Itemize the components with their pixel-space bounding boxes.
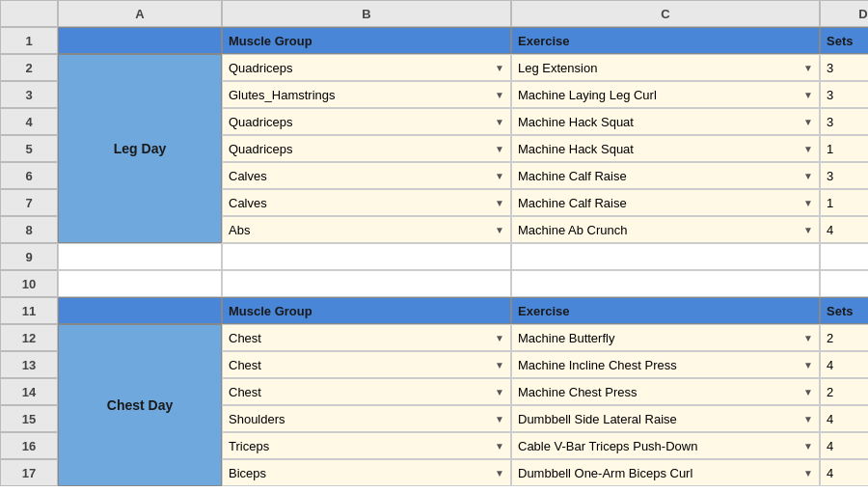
chest-header-a11: [58, 297, 222, 324]
empty-d9: [820, 243, 868, 270]
muscle-b12[interactable]: Chest▼: [222, 324, 511, 351]
col-header-a: A: [58, 0, 222, 27]
chest-header-exercise: Exercise: [511, 297, 820, 324]
chest-header-muscle: Muscle Group: [222, 297, 511, 324]
muscle-b4[interactable]: Quadriceps▼: [222, 108, 511, 135]
row-num-10: 10: [0, 270, 58, 297]
row-num-12: 12: [0, 324, 58, 351]
muscle-b8[interactable]: Abs▼: [222, 216, 511, 243]
muscle-b15[interactable]: Shoulders▼: [222, 405, 511, 432]
sets-d17[interactable]: 4▼: [820, 459, 868, 486]
empty-c10: [511, 270, 820, 297]
empty-c9: [511, 243, 820, 270]
col-header-b: B: [222, 0, 511, 27]
row-num-7: 7: [0, 189, 58, 216]
exercise-c6[interactable]: Machine Calf Raise▼: [511, 162, 820, 189]
empty-a10: [58, 270, 222, 297]
row-num-1: 1: [0, 27, 58, 54]
row-num-15: 15: [0, 405, 58, 432]
row-num-11: 11: [0, 297, 58, 324]
empty-b10: [222, 270, 511, 297]
muscle-b13[interactable]: Chest▼: [222, 351, 511, 378]
exercise-c3[interactable]: Machine Laying Leg Curl▼: [511, 81, 820, 108]
spreadsheet: A B C D E 1 Muscle Group Exercise Sets R…: [0, 0, 868, 486]
muscle-b14[interactable]: Chest▼: [222, 378, 511, 405]
exercise-c12[interactable]: Machine Butterfly▼: [511, 324, 820, 351]
col-header-c: C: [511, 0, 820, 27]
sets-d13[interactable]: 4▼: [820, 351, 868, 378]
corner-cell: [0, 0, 58, 27]
exercise-c17[interactable]: Dumbbell One-Arm Biceps Curl▼: [511, 459, 820, 486]
muscle-b5[interactable]: Quadriceps▼: [222, 135, 511, 162]
muscle-b17[interactable]: Biceps▼: [222, 459, 511, 486]
muscle-b16[interactable]: Triceps▼: [222, 432, 511, 459]
exercise-c5[interactable]: Machine Hack Squat▼: [511, 135, 820, 162]
row-num-14: 14: [0, 378, 58, 405]
sets-d3[interactable]: 3▼: [820, 81, 868, 108]
sets-d2[interactable]: 3▼: [820, 54, 868, 81]
sets-d5[interactable]: 1▼: [820, 135, 868, 162]
row-num-6: 6: [0, 162, 58, 189]
row-num-5: 5: [0, 135, 58, 162]
chest-header-sets: Sets: [820, 297, 868, 324]
exercise-c15[interactable]: Dumbbell Side Lateral Raise▼: [511, 405, 820, 432]
row-num-2: 2: [0, 54, 58, 81]
chest-day-label: Chest Day: [58, 324, 222, 486]
sets-d8[interactable]: 4▼: [820, 216, 868, 243]
muscle-b6[interactable]: Calves▼: [222, 162, 511, 189]
leg-day-label: Leg Day: [58, 54, 222, 243]
exercise-c16[interactable]: Cable V-Bar Triceps Push-Down▼: [511, 432, 820, 459]
exercise-c4[interactable]: Machine Hack Squat▼: [511, 108, 820, 135]
exercise-c7[interactable]: Machine Calf Raise▼: [511, 189, 820, 216]
empty-d10: [820, 270, 868, 297]
muscle-b7[interactable]: Calves▼: [222, 189, 511, 216]
muscle-b2[interactable]: Quadriceps▼: [222, 54, 511, 81]
sets-d15[interactable]: 4▼: [820, 405, 868, 432]
sets-d6[interactable]: 3▼: [820, 162, 868, 189]
exercise-c2[interactable]: Leg Extension▼: [511, 54, 820, 81]
col-header-d: D: [820, 0, 868, 27]
row-num-3: 3: [0, 81, 58, 108]
row-num-17: 17: [0, 459, 58, 486]
header-sets: Sets: [820, 27, 868, 54]
row-num-9: 9: [0, 243, 58, 270]
header-exercise: Exercise: [511, 27, 820, 54]
row-num-16: 16: [0, 432, 58, 459]
row-num-13: 13: [0, 351, 58, 378]
row-num-4: 4: [0, 108, 58, 135]
sets-d14[interactable]: 2▼: [820, 378, 868, 405]
sets-d16[interactable]: 4▼: [820, 432, 868, 459]
exercise-c13[interactable]: Machine Incline Chest Press▼: [511, 351, 820, 378]
sets-d4[interactable]: 3▼: [820, 108, 868, 135]
header-a1: [58, 27, 222, 54]
sets-d12[interactable]: 2▼: [820, 324, 868, 351]
sets-d7[interactable]: 1▼: [820, 189, 868, 216]
muscle-b3[interactable]: Glutes_Hamstrings▼: [222, 81, 511, 108]
empty-a9: [58, 243, 222, 270]
row-num-8: 8: [0, 216, 58, 243]
empty-b9: [222, 243, 511, 270]
exercise-c14[interactable]: Machine Chest Press▼: [511, 378, 820, 405]
header-muscle-group: Muscle Group: [222, 27, 511, 54]
exercise-c8[interactable]: Machine Ab Crunch▼: [511, 216, 820, 243]
